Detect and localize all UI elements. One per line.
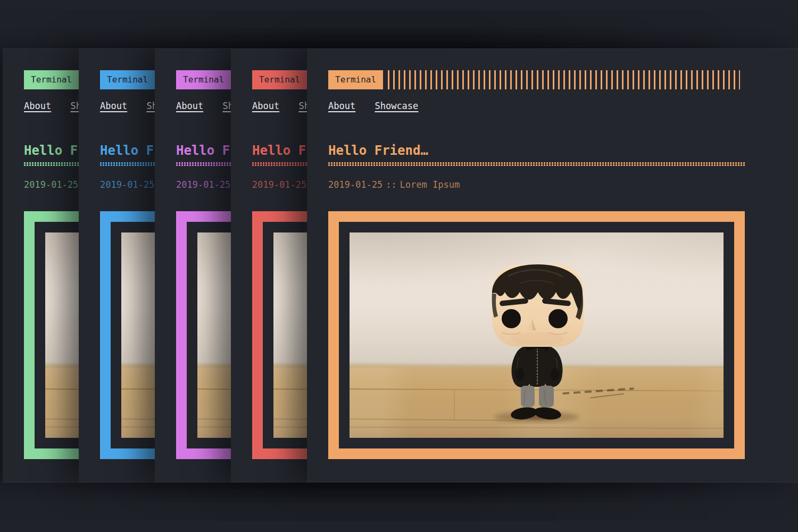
post-date: 2019-01-25 — [328, 179, 383, 190]
post-date: 2019-01-25 — [252, 179, 306, 190]
terminal-logo-badge[interactable]: Terminal — [328, 70, 383, 89]
post-title[interactable]: Hello Friend… — [328, 143, 745, 159]
page-background: { "page": { "body_background": "#20222a"… — [0, 0, 798, 532]
nav-link-about[interactable]: About — [328, 101, 355, 111]
terminal-logo-badge[interactable]: Terminal — [100, 70, 155, 89]
theme-panel-orange: Terminal About Showcase Hello Friend… 20… — [307, 48, 798, 483]
main-nav: About Showcase — [328, 101, 745, 111]
post-cover-frame — [328, 211, 745, 459]
nav-link-about[interactable]: About — [100, 101, 127, 111]
nav-link-showcase[interactable]: Showcase — [375, 101, 418, 111]
panel-content: Terminal About Showcase Hello Friend… 20… — [307, 49, 745, 459]
terminal-logo-badge[interactable]: Terminal — [24, 70, 79, 89]
post-title-divider — [328, 162, 745, 166]
floor-plank-joint — [454, 390, 455, 420]
terminal-logo-badge[interactable]: Terminal — [252, 70, 307, 89]
post-date: 2019-01-25 — [100, 179, 154, 190]
nav-link-about[interactable]: About — [24, 101, 51, 111]
site-header: Terminal — [328, 70, 745, 89]
post-meta-separator: :: — [386, 179, 396, 190]
nav-link-about[interactable]: About — [252, 101, 279, 111]
post-meta-label: Lorem Ipsum — [400, 179, 460, 190]
nav-link-about[interactable]: About — [176, 101, 203, 111]
logo-stripes-decoration — [388, 70, 740, 89]
post-date: 2019-01-25 — [176, 179, 230, 190]
post-date: 2019-01-25 — [24, 179, 78, 190]
post-meta: 2019-01-25::Lorem Ipsum — [328, 179, 745, 190]
terminal-logo-badge[interactable]: Terminal — [176, 70, 231, 89]
post-cover-photo — [350, 232, 724, 438]
funko-figure-illustration — [477, 259, 594, 424]
theme-preview-stack: Terminal About Showcase Hello Friend… 20… — [0, 0, 798, 532]
